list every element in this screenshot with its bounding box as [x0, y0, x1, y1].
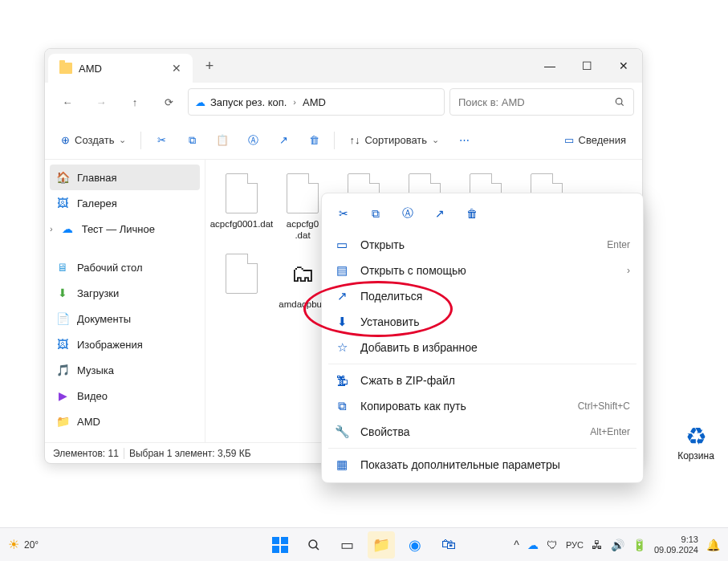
context-menu-item[interactable]: ⧉Копировать как путьCtrl+Shift+C — [327, 393, 638, 419]
context-menu-item[interactable]: ⬇Установить — [327, 309, 638, 335]
sidebar-item-onedrive[interactable]: › ☁ Тест — Личное — [45, 216, 205, 242]
chevron-down-icon: ⌄ — [432, 135, 439, 145]
plus-circle-icon: ⊕ — [61, 134, 70, 146]
close-button[interactable]: ✕ — [605, 49, 642, 83]
up-button[interactable]: ↑ — [120, 89, 149, 115]
taskview-button[interactable]: ▭ — [334, 531, 361, 559]
weather-temp: 20° — [24, 539, 39, 551]
tab-title: AMD — [79, 63, 165, 75]
sidebar-item-label: Рабочий стол — [77, 262, 143, 274]
recycle-bin-label: Корзина — [673, 450, 718, 461]
sidebar-item-home[interactable]: 🏠 Главная — [50, 165, 200, 190]
share-icon: ↗ — [435, 207, 445, 220]
details-button[interactable]: ▭ Сведения — [556, 127, 634, 154]
sidebar-item-pictures[interactable]: 🖼Изображения — [45, 331, 205, 357]
file-name: acpcfg0 .dat — [287, 219, 319, 242]
menu-item-label: Поделиться — [360, 290, 630, 303]
copy-button[interactable]: ⧉ — [360, 200, 391, 227]
share-button[interactable]: ↗ — [270, 127, 297, 154]
context-menu-item[interactable]: ☆Добавить в избранное — [327, 335, 638, 360]
maximize-button[interactable]: ☐ — [568, 49, 605, 83]
close-tab-icon[interactable]: ✕ — [172, 62, 181, 75]
sort-button[interactable]: ↑↓ Сортировать ⌄ — [341, 127, 447, 154]
rename-button[interactable]: Ⓐ — [392, 200, 423, 227]
new-tab-button[interactable]: + — [193, 49, 226, 83]
volume-tray-icon[interactable]: 🔊 — [611, 539, 624, 551]
network-tray-icon[interactable]: 🖧 — [592, 539, 603, 551]
taskbar-center: ▭ 📁 ◉ 🛍 — [266, 531, 462, 559]
delete-button[interactable]: 🗑 — [457, 200, 487, 227]
breadcrumb-segment[interactable]: AMD — [303, 96, 326, 108]
delete-button[interactable]: 🗑 — [300, 127, 327, 154]
weather-widget[interactable]: ☀ 20° — [0, 537, 47, 552]
sidebar-item-amd[interactable]: 📁AMD — [45, 409, 205, 434]
context-menu-item[interactable]: ▭ОткрытьEnter — [327, 232, 638, 258]
menu-item-icon: ▦ — [335, 457, 349, 472]
cut-button[interactable]: ✂ — [328, 200, 359, 227]
file-item[interactable] — [214, 250, 270, 323]
sidebar: 🏠 Главная 🖼 Галерея › ☁ Тест — Личное 🖥Р… — [45, 160, 205, 442]
copy-icon: ⧉ — [189, 134, 196, 147]
clock-time: 9:13 — [654, 535, 698, 545]
toolbar: ⊕ Создать ⌄ ✂ ⧉ 📋 Ⓐ ↗ 🗑 ↑↓ Сортировать ⌄… — [45, 121, 642, 160]
breadcrumb-label: AMD — [303, 96, 326, 108]
minimize-button[interactable]: — — [531, 49, 568, 83]
sidebar-item-downloads[interactable]: ⬇Загрузки — [45, 280, 205, 306]
tray-chevron-icon[interactable]: ^ — [514, 539, 519, 551]
edge-taskbar-icon[interactable]: ◉ — [401, 531, 429, 559]
address-bar[interactable]: ☁ Запуск рез. коп. › AMD — [188, 88, 445, 116]
context-menu-item[interactable]: ▦Показать дополнительные параметры — [327, 452, 638, 478]
recycle-bin-icon: ♻ — [673, 422, 718, 450]
more-button[interactable]: ⋯ — [450, 127, 478, 154]
store-taskbar-icon[interactable]: 🛍 — [435, 531, 462, 559]
context-menu-item[interactable]: ▤Открыть с помощью› — [327, 258, 638, 283]
sidebar-item-gallery[interactable]: 🖼 Галерея — [45, 190, 205, 216]
search-input[interactable] — [458, 96, 608, 108]
breadcrumb-segment[interactable]: ☁ Запуск рез. коп. — [195, 96, 287, 108]
download-icon: ⬇ — [56, 287, 69, 299]
details-label: Сведения — [579, 134, 626, 146]
scissors-icon: ✂ — [339, 207, 348, 220]
sidebar-item-music[interactable]: 🎵Музыка — [45, 357, 205, 383]
search-button[interactable] — [300, 531, 327, 559]
clock[interactable]: 9:13 09.09.2024 — [654, 535, 698, 555]
menu-item-hint: Enter — [607, 239, 630, 250]
context-menu-item[interactable]: ↗Поделиться — [327, 283, 638, 309]
window-tab[interactable]: AMD ✕ — [48, 54, 193, 83]
divider — [140, 132, 141, 149]
forward-button[interactable]: → — [87, 89, 116, 115]
sidebar-item-label: Тест — Личное — [82, 223, 155, 235]
cut-button[interactable]: ✂ — [148, 127, 175, 154]
sidebar-item-label: Галерея — [77, 197, 117, 209]
start-button[interactable] — [266, 531, 294, 559]
defender-tray-icon[interactable]: 🛡 — [547, 539, 558, 551]
context-menu-item[interactable]: 🔧СвойстваAlt+Enter — [327, 419, 638, 445]
back-button[interactable]: ← — [53, 89, 82, 115]
paste-button[interactable]: 📋 — [209, 127, 236, 154]
explorer-taskbar-icon[interactable]: 📁 — [368, 531, 395, 559]
chevron-right-icon: › — [50, 224, 53, 234]
sidebar-item-documents[interactable]: 📄Документы — [45, 306, 205, 331]
search-box[interactable] — [449, 88, 634, 116]
copy-button[interactable]: ⧉ — [178, 127, 205, 154]
folder-icon: 📁 — [56, 415, 69, 428]
document-icon: 📄 — [56, 312, 69, 325]
recycle-bin[interactable]: ♻ Корзина — [673, 422, 718, 461]
onedrive-tray-icon[interactable]: ☁ — [527, 539, 539, 551]
context-menu-item[interactable]: 🗜Сжать в ZIP-файл — [327, 368, 638, 393]
divider — [124, 448, 124, 459]
refresh-button[interactable]: ⟳ — [154, 89, 183, 115]
weather-icon: ☀ — [8, 537, 19, 552]
create-button[interactable]: ⊕ Создать ⌄ — [53, 127, 134, 154]
file-item[interactable]: acpcfg0001.dat — [214, 169, 270, 243]
battery-tray-icon[interactable]: 🔋 — [632, 539, 646, 551]
sidebar-item-desktop[interactable]: 🖥Рабочий стол — [45, 254, 205, 280]
sidebar-item-label: Главная — [77, 172, 116, 184]
svg-rect-2 — [272, 537, 279, 544]
notifications-tray-icon[interactable]: 🔔 — [706, 539, 720, 551]
rename-button[interactable]: Ⓐ — [239, 127, 266, 154]
gallery-icon: 🖼 — [56, 197, 69, 209]
language-indicator[interactable]: РУС — [566, 540, 584, 550]
share-button[interactable]: ↗ — [425, 200, 455, 227]
sidebar-item-video[interactable]: ▶Видео — [45, 383, 205, 409]
